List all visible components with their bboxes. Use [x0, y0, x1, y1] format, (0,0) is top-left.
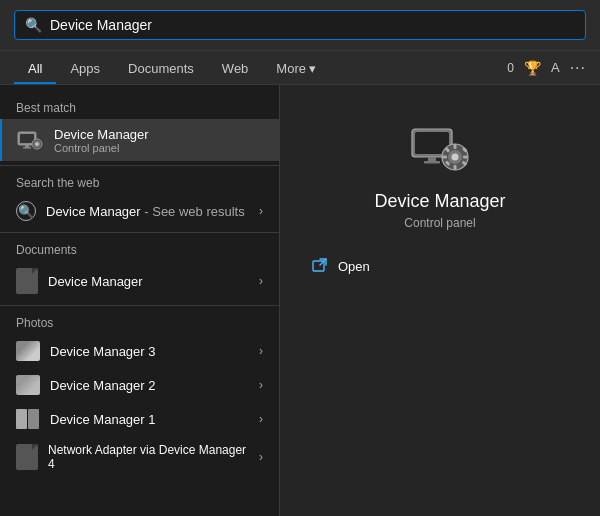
svg-rect-16	[442, 156, 447, 159]
web-search-text: Device Manager - See web results	[46, 204, 249, 219]
nav-badge: 0	[507, 61, 514, 75]
document-arrow-icon: ›	[259, 274, 263, 288]
photo-arrow-3: ›	[259, 450, 263, 464]
divider-2	[0, 232, 279, 233]
best-match-text: Device Manager Control panel	[54, 127, 263, 154]
detail-icon	[408, 115, 472, 179]
detail-subtitle: Control panel	[404, 216, 475, 230]
photo-icon-1	[16, 375, 40, 395]
photo-arrow-0: ›	[259, 344, 263, 358]
left-panel: Best match Device Manager Control panel	[0, 85, 280, 516]
photo-icon-0	[16, 341, 40, 361]
main-content: Best match Device Manager Control panel	[0, 85, 600, 516]
tab-web[interactable]: Web	[208, 55, 263, 84]
right-panel: Device Manager Control panel Open	[280, 85, 600, 516]
detail-title: Device Manager	[374, 191, 505, 212]
open-action[interactable]: Open	[300, 250, 580, 282]
best-match-title: Device Manager	[54, 127, 263, 142]
open-label: Open	[338, 259, 370, 274]
photo-title-0: Device Manager 3	[50, 344, 249, 359]
photo-item-3[interactable]: Network Adapter via Device Manager 4 ›	[0, 436, 279, 478]
search-icon: 🔍	[25, 17, 42, 33]
web-search-icon: 🔍	[16, 201, 36, 221]
open-icon	[310, 256, 330, 276]
document-item[interactable]: Device Manager ›	[0, 261, 279, 301]
chevron-down-icon: ▾	[309, 61, 316, 76]
photo-text-3: Network Adapter via Device Manager 4	[48, 443, 249, 471]
search-box: 🔍	[14, 10, 586, 40]
feedback-icon: 🏆	[524, 60, 541, 76]
divider-3	[0, 305, 279, 306]
photo-item-2[interactable]: Device Manager 1 ›	[0, 402, 279, 436]
document-icon	[16, 268, 38, 294]
svg-rect-3	[23, 147, 31, 149]
search-container: 🔍	[0, 0, 600, 51]
tab-apps[interactable]: Apps	[56, 55, 114, 84]
svg-rect-2	[25, 145, 29, 147]
best-match-subtitle: Control panel	[54, 142, 263, 154]
photo-title-2: Device Manager 1	[50, 412, 249, 427]
svg-rect-14	[454, 144, 457, 149]
web-label: Search the web	[0, 170, 279, 194]
photo-text-0: Device Manager 3	[50, 344, 249, 359]
document-title: Device Manager	[48, 274, 249, 289]
photo-icon-3	[16, 444, 38, 470]
photo-icon-2	[16, 409, 40, 429]
photo-item-0[interactable]: Device Manager 3 ›	[0, 334, 279, 368]
divider-1	[0, 165, 279, 166]
svg-point-13	[452, 154, 459, 161]
web-arrow-icon: ›	[259, 204, 263, 218]
photo-arrow-2: ›	[259, 412, 263, 426]
photo-title-3: Network Adapter via Device Manager 4	[48, 443, 249, 471]
photo-arrow-1: ›	[259, 378, 263, 392]
svg-point-6	[36, 143, 39, 146]
web-search-item[interactable]: 🔍 Device Manager - See web results ›	[0, 194, 279, 228]
tab-documents[interactable]: Documents	[114, 55, 208, 84]
nav-letter: A	[551, 60, 560, 75]
svg-rect-1	[20, 134, 34, 143]
nav-more-button[interactable]: ···	[570, 59, 586, 77]
best-match-label: Best match	[0, 95, 279, 119]
best-match-item[interactable]: Device Manager Control panel ←	[0, 119, 279, 161]
svg-rect-15	[454, 165, 457, 170]
detail-actions: Open	[280, 250, 600, 282]
nav-tabs: All Apps Documents Web More ▾ 0 🏆 A ···	[0, 51, 600, 85]
tab-all[interactable]: All	[14, 55, 56, 84]
search-input[interactable]	[50, 17, 575, 33]
svg-rect-9	[428, 157, 436, 161]
svg-rect-10	[424, 161, 440, 164]
nav-right: 0 🏆 A ···	[507, 59, 586, 81]
document-text: Device Manager	[48, 274, 249, 289]
photo-item-1[interactable]: Device Manager 2 ›	[0, 368, 279, 402]
photo-text-1: Device Manager 2	[50, 378, 249, 393]
photos-label: Photos	[0, 310, 279, 334]
photo-text-2: Device Manager 1	[50, 412, 249, 427]
documents-label: Documents	[0, 237, 279, 261]
device-manager-icon	[16, 126, 44, 154]
svg-rect-17	[463, 156, 468, 159]
tab-more[interactable]: More ▾	[262, 55, 330, 84]
photo-title-1: Device Manager 2	[50, 378, 249, 393]
